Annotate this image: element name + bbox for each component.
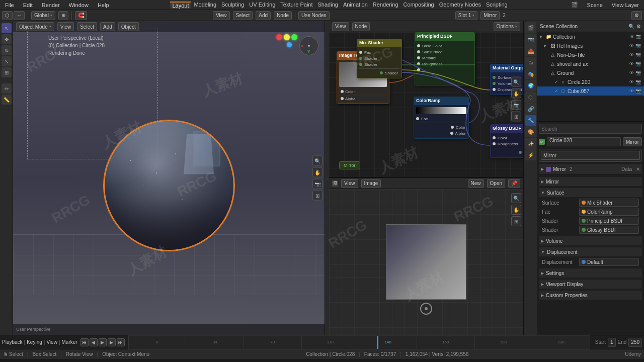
prop-tab-scene[interactable]: 🎬	[525, 22, 536, 33]
vis-cam-3[interactable]: 📷	[635, 61, 641, 66]
image-new-btn[interactable]: New	[468, 179, 484, 188]
prop-tab-render[interactable]: 📷	[525, 34, 536, 45]
jump-start-btn[interactable]: ⏮	[80, 338, 89, 346]
select-menu[interactable]: Select	[233, 11, 253, 20]
add-menu[interactable]: Add	[256, 11, 271, 20]
viewport-ctrl-y[interactable]	[284, 34, 290, 40]
properties-search[interactable]	[539, 124, 642, 134]
vis-cam-2[interactable]: 📷	[635, 52, 641, 57]
modifier-name-input[interactable]	[541, 151, 640, 160]
view-menu[interactable]: View	[213, 11, 230, 20]
end-frame-value[interactable]: 250	[628, 338, 642, 347]
modifier-close-btn[interactable]: ✕	[636, 166, 640, 172]
workspace-shading[interactable]: Shading	[316, 2, 340, 9]
outliner-item-collection[interactable]: ▶ 📁 Collection 👁 📷	[537, 32, 644, 41]
image-editor-image-menu[interactable]: Image	[361, 179, 381, 188]
frame-scrubber[interactable]: 0 30 70 110 140 150 190 230	[128, 335, 590, 349]
outliner-filter-icon[interactable]: ⚙	[636, 24, 641, 29]
workspace-animation[interactable]: Animation	[341, 2, 370, 9]
tool-annotation[interactable]: ✏	[2, 83, 12, 94]
image-open-btn[interactable]: Open	[487, 179, 505, 188]
node-camera-btn[interactable]: 📷	[511, 100, 521, 110]
shader2-value[interactable]: Glossy BSDF	[579, 226, 639, 234]
vis-eye-1[interactable]: 👁	[629, 43, 634, 48]
prop-tab-modifier[interactable]: 🔧	[525, 115, 536, 126]
viewport-object-menu[interactable]: Object	[118, 22, 139, 31]
panel-divider[interactable]: ⋮	[325, 21, 329, 335]
prop-tab-view-layer[interactable]: 🗂	[525, 57, 536, 68]
prop-tab-constraints[interactable]: 🔗	[525, 103, 536, 114]
viewport-add-menu[interactable]: Add	[100, 22, 115, 31]
status-object-context[interactable]: Object Context Menu	[102, 351, 149, 357]
custom-properties-header[interactable]: ▶ Custom Properties	[539, 291, 642, 300]
node-editor-node-menu[interactable]: Node	[352, 22, 370, 31]
prop-icons-right[interactable]: ⚙	[631, 11, 642, 20]
jump-end-btn[interactable]: ⏭	[117, 338, 125, 346]
status-box-select[interactable]: Box Select	[32, 351, 56, 357]
navigation-gizmo[interactable]: X Y Z	[299, 36, 319, 56]
menu-edit[interactable]: Edit	[21, 2, 35, 8]
node-principled-bsdf[interactable]: Principled BSDF Base Color Subsurface Me…	[415, 32, 475, 85]
workspace-scripting[interactable]: Scripting	[484, 2, 510, 9]
node-pan-btn[interactable]: ✋	[511, 88, 521, 99]
outliner-item-circle200[interactable]: ▶ ✓ ○ Circle.200 👁 📷	[537, 77, 644, 86]
node-options-btn[interactable]: Options▾	[494, 22, 520, 31]
displacement-section-header[interactable]: ▼ Displacement	[539, 247, 642, 256]
node-mix-shader[interactable]: Mix Shader Fac Shader Shader Shader	[357, 39, 402, 78]
prop-tab-shader[interactable]: 🎨	[525, 126, 536, 137]
transform-pivot-btn[interactable]: ⊕	[58, 11, 68, 20]
viewport-zoom-btn[interactable]: 🔍	[312, 156, 323, 166]
node-grid-btn[interactable]: ⊞	[511, 112, 521, 122]
viewport-pan-btn[interactable]: ✋	[312, 167, 323, 177]
node-zoom-btn[interactable]: 🔍	[511, 77, 521, 87]
shader1-value[interactable]: Principled BSDF	[579, 217, 639, 225]
image-editor[interactable]: 🖼 View Image New Open 📌	[329, 178, 523, 335]
tool-scale[interactable]: ⤡	[2, 56, 12, 66]
workspace-uv[interactable]: UV Editing	[247, 2, 277, 9]
vis-eye-6[interactable]: 👁	[629, 88, 634, 94]
global-orientation-dropdown[interactable]: Global▾	[31, 11, 55, 20]
outliner-item-refimages[interactable]: ▶ 🖼 Ref Images 👁 📷	[537, 41, 644, 50]
tool-rotate[interactable]: ↻	[2, 45, 12, 55]
node-editor-view-menu[interactable]: View	[332, 22, 349, 31]
outliner-item-shovel[interactable]: ▶ △ shovel and ax 👁 📷	[537, 59, 644, 68]
surface-value[interactable]: Mix Shader	[579, 199, 639, 207]
play-btn[interactable]: ▶	[99, 338, 107, 346]
start-frame-value[interactable]: 1	[608, 338, 616, 347]
vis-cam-5[interactable]: 📷	[635, 79, 641, 84]
status-rotate-view[interactable]: Rotate View	[66, 351, 93, 357]
tool-move[interactable]: ✥	[2, 34, 12, 44]
vis-cam-1[interactable]: 📷	[635, 43, 641, 48]
viewport-ctrl-x[interactable]	[276, 34, 282, 40]
fac-value[interactable]: ColorRamp	[579, 208, 639, 216]
surface-section-header[interactable]: ▼ Surface	[539, 188, 642, 197]
workspace-texture-paint[interactable]: Texture Paint	[278, 2, 314, 9]
object-mode-dropdown[interactable]: Object Mode▾	[16, 22, 54, 31]
vis-eye-5[interactable]: 👁	[629, 79, 634, 84]
viewport-select-menu[interactable]: Select	[77, 22, 97, 31]
prop-tab-physics[interactable]: ⚡	[525, 149, 536, 160]
timeline-view-label[interactable]: View	[46, 339, 57, 345]
settings-section-header[interactable]: ▶ Settings	[539, 268, 642, 278]
displacement-value[interactable]: Default	[579, 258, 639, 266]
menu-file[interactable]: File	[3, 2, 16, 8]
mode-icon-transform[interactable]: ↔	[14, 11, 25, 20]
workspace-modeling[interactable]: Modeling	[192, 2, 218, 9]
visibility-cam-icon[interactable]: 📷	[636, 34, 641, 39]
image-pin-btn[interactable]: 📌	[508, 179, 520, 188]
viewport-ctrl-z[interactable]	[291, 34, 297, 40]
prop-tab-object[interactable]: ⬡	[525, 92, 536, 103]
workspace-compositing[interactable]: Compositing	[401, 2, 436, 9]
preview-section-header[interactable]: ▶ Mirror	[539, 177, 642, 186]
vis-eye-3[interactable]: 👁	[629, 61, 634, 66]
vis-cam-4[interactable]: 📷	[635, 70, 641, 75]
workspace-rendering[interactable]: Rendering	[371, 2, 400, 9]
playback-label[interactable]: Playback	[2, 339, 23, 345]
object-name-field[interactable]: Circle.028	[547, 137, 621, 146]
viewport-camera-btn[interactable]: 📷	[312, 179, 323, 189]
prop-tab-particles[interactable]: ✨	[525, 138, 536, 149]
image-canvas[interactable]	[329, 189, 523, 335]
use-nodes-btn[interactable]: Use Nodes	[298, 11, 329, 20]
volume-section-header[interactable]: ▶ Volume	[539, 236, 642, 245]
next-frame-btn[interactable]: ▶	[108, 338, 116, 346]
